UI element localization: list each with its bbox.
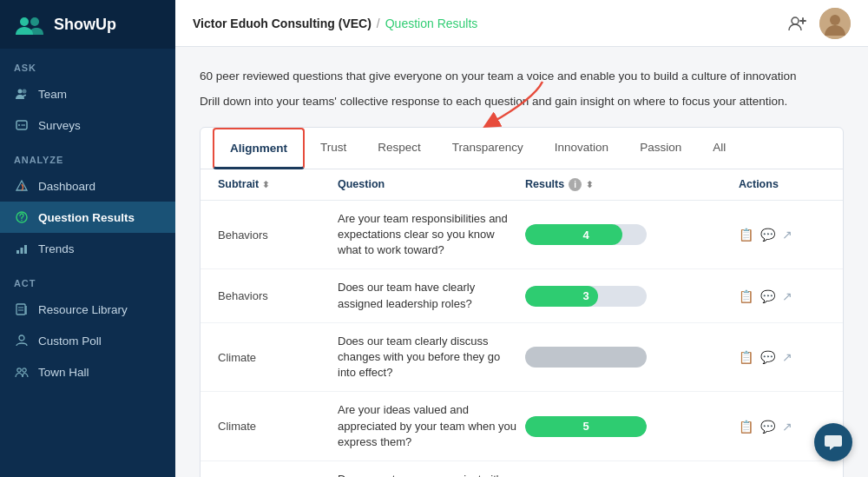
sidebar-item-town-hall-label: Town Hall — [38, 366, 89, 379]
subtrait-cell: Climate — [218, 351, 331, 364]
comment-icon[interactable]: 💬 — [760, 289, 775, 303]
svg-point-5 — [18, 124, 20, 126]
avatar[interactable] — [819, 8, 851, 39]
brand-name: ShowUp — [54, 16, 116, 34]
bar-fill: 4 — [525, 224, 622, 245]
svg-rect-9 — [16, 250, 19, 254]
question-cell: Does our team clearly discuss changes wi… — [338, 334, 518, 381]
sidebar-item-team[interactable]: Team — [0, 78, 175, 109]
table-row: Behaviors Does our team have clearly ass… — [201, 269, 843, 322]
view-icon[interactable]: 📋 — [739, 228, 753, 242]
share-icon[interactable]: ↗ — [782, 350, 792, 364]
table-header: Subtrait ⬍ Question Results i ⬍ Actions — [201, 169, 843, 201]
comment-icon[interactable]: 💬 — [760, 350, 775, 364]
result-bar: 5 — [525, 416, 647, 437]
share-icon[interactable]: ↗ — [782, 228, 792, 242]
sidebar-item-town-hall[interactable]: Town Hall — [0, 356, 175, 388]
svg-point-8 — [21, 220, 23, 222]
sidebar-item-dashboard-label: Dashboard — [38, 180, 95, 193]
sidebar-item-resource-library[interactable]: Resource Library — [0, 294, 175, 325]
bar-empty — [525, 347, 647, 368]
results-info-icon[interactable]: i — [569, 178, 582, 191]
tab-respect[interactable]: Respect — [362, 129, 437, 169]
bar-value: 5 — [525, 416, 647, 437]
action-cell: 📋 💬 ↗ — [739, 350, 825, 364]
tab-transparency[interactable]: Transparency — [437, 129, 539, 169]
subtrait-cell: Climate — [218, 420, 331, 433]
intro-line1: 60 peer reviewed questions that give eve… — [200, 68, 833, 86]
sidebar-item-custom-poll[interactable]: Custom Poll — [0, 325, 175, 356]
tabs-row: Alignment Trust Respect Transparency Inn… — [201, 128, 843, 169]
comment-icon[interactable]: 💬 — [760, 420, 775, 434]
share-icon[interactable]: ↗ — [782, 420, 792, 434]
trends-icon — [14, 241, 30, 256]
sidebar-item-team-label: Team — [38, 88, 67, 101]
sidebar-item-trends[interactable]: Trends — [0, 233, 175, 264]
question-cell: Does your team communicate it's key valu… — [338, 472, 518, 477]
svg-point-0 — [20, 17, 29, 26]
showup-logo-icon — [14, 12, 45, 36]
svg-point-1 — [30, 17, 39, 26]
surveys-icon — [14, 117, 30, 133]
action-cell: 📋 💬 ↗ — [739, 420, 825, 434]
th-question: Question — [338, 178, 518, 190]
custom-poll-icon — [14, 333, 30, 348]
result-bar-cell: 5 — [525, 416, 699, 437]
view-icon[interactable]: 📋 — [739, 420, 753, 434]
action-cell: 📋 💬 ↗ — [739, 289, 825, 303]
question-cell: Does our team have clearly assigned lead… — [338, 280, 518, 311]
dashboard-icon — [14, 178, 30, 194]
view-icon[interactable]: 📋 — [739, 289, 753, 303]
subtrait-sort-icon[interactable]: ⬍ — [262, 180, 269, 189]
table-row: Behaviors Are your team responsibilities… — [201, 201, 843, 270]
action-icons: 📋 💬 ↗ — [739, 289, 825, 303]
chat-bubble-button[interactable] — [814, 423, 852, 461]
topbar-actions — [783, 8, 851, 39]
comment-icon[interactable]: 💬 — [760, 228, 775, 242]
bar-fill: 5 — [525, 416, 647, 437]
intro-line2: Drill down into your teams' collective r… — [200, 93, 833, 111]
sidebar-item-surveys-label: Surveys — [38, 119, 81, 132]
subtrait-cell: Behaviors — [218, 289, 331, 302]
question-results-icon — [14, 209, 30, 225]
tab-innovation[interactable]: Innovation — [539, 129, 624, 169]
th-results: Results i ⬍ — [525, 178, 699, 191]
sidebar-item-question-results[interactable]: Question Results — [0, 202, 175, 233]
table-row: Climate Are your ideas valued and apprec… — [201, 392, 843, 461]
svg-point-17 — [17, 368, 21, 372]
svg-rect-10 — [21, 248, 23, 254]
section-analyze-label: ANALYZE — [0, 141, 175, 170]
breadcrumb: Victor Eduoh Consulting (VEC) / Question… — [193, 17, 477, 30]
sidebar-item-question-results-label: Question Results — [38, 211, 135, 224]
question-cell: Are your team responsibilities and expec… — [338, 211, 518, 259]
result-bar-cell — [525, 347, 699, 368]
result-bar: 4 — [525, 224, 647, 245]
add-user-button[interactable] — [783, 10, 811, 37]
tab-trust[interactable]: Trust — [305, 129, 362, 169]
main-area: Victor Eduoh Consulting (VEC) / Question… — [175, 0, 868, 477]
tab-all[interactable]: All — [697, 129, 741, 169]
sidebar-item-surveys[interactable]: Surveys — [0, 109, 175, 141]
th-actions: Actions — [739, 178, 825, 190]
question-cell: Are your ideas valued and appreciated by… — [338, 402, 518, 450]
resource-library-icon — [14, 301, 30, 317]
section-act-label: ACT — [0, 264, 175, 294]
sidebar-item-dashboard[interactable]: Dashboard — [0, 170, 175, 202]
results-card: Alignment Trust Respect Transparency Inn… — [200, 127, 844, 477]
th-subtrait: Subtrait ⬍ — [218, 178, 331, 190]
table-row: Climate Does our team clearly discuss ch… — [201, 323, 843, 393]
team-icon — [14, 86, 30, 102]
svg-point-16 — [19, 335, 24, 341]
share-icon[interactable]: ↗ — [782, 289, 792, 303]
bar-value: 4 — [525, 224, 647, 245]
table-row: Coordination Does your team communicate … — [201, 461, 843, 477]
result-bar: 3 — [525, 286, 647, 307]
svg-point-23 — [830, 15, 840, 25]
svg-point-19 — [792, 17, 799, 24]
tab-alignment[interactable]: Alignment — [213, 128, 305, 169]
view-icon[interactable]: 📋 — [739, 350, 753, 364]
results-sort-icon[interactable]: ⬍ — [586, 180, 593, 189]
sidebar: ShowUp ASK Team Surveys ANALYZE Dashboar… — [0, 0, 175, 477]
tab-passion[interactable]: Passion — [624, 129, 697, 169]
breadcrumb-separator: / — [377, 17, 380, 30]
